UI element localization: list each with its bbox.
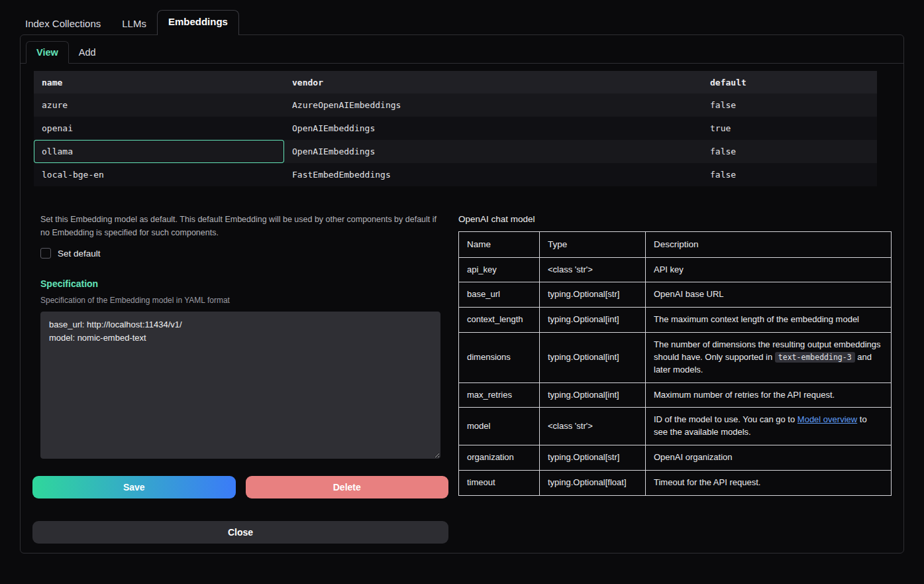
- embeddings-cell-name[interactable]: ollama: [34, 140, 284, 163]
- model-doc-row: max_retriestyping.Optional[int]Maximum n…: [459, 382, 892, 408]
- doc-cell-description: The number of dimensions the resulting o…: [646, 333, 892, 383]
- embeddings-cell-vendor[interactable]: AzureOpenAIEmbeddings: [284, 93, 702, 117]
- delete-button[interactable]: Delete: [246, 476, 449, 498]
- doc-cell-name: api_key: [459, 257, 540, 282]
- sub-tab-add[interactable]: Add: [69, 42, 106, 63]
- doc-cell-name: model: [459, 408, 540, 445]
- embeddings-cell-default[interactable]: false: [702, 140, 877, 163]
- top-tab-bar: Index Collections LLMs Embeddings: [0, 0, 924, 34]
- column-header-name: name: [34, 71, 284, 93]
- default-description: Set this Embedding model as default. Thi…: [40, 213, 440, 239]
- tab-embeddings[interactable]: Embeddings: [157, 10, 239, 35]
- model-doc-table: Name Type Description api_key<class 'str…: [458, 231, 892, 496]
- embeddings-panel: View Add name vendor default azureAzureO…: [20, 34, 904, 554]
- embeddings-table-wrap: name vendor default azureAzureOpenAIEmbe…: [34, 71, 890, 186]
- doc-cell-type: typing.Optional[str]: [540, 445, 646, 471]
- doc-cell-type: typing.Optional[str]: [540, 282, 646, 308]
- doc-column-description: Description: [646, 232, 892, 258]
- model-overview-link[interactable]: Model overview: [797, 414, 857, 424]
- doc-cell-name: timeout: [459, 471, 540, 496]
- set-default-label: Set default: [58, 249, 101, 259]
- embeddings-table: name vendor default azureAzureOpenAIEmbe…: [34, 71, 877, 186]
- model-doc-row: model<class 'str'>ID of the model to use…: [459, 408, 892, 445]
- embeddings-cell-default[interactable]: false: [702, 93, 877, 117]
- model-doc: OpenAI chat model Name Type Description …: [458, 213, 892, 496]
- embeddings-cell-name[interactable]: openai: [34, 117, 284, 140]
- embeddings-cell-vendor[interactable]: OpenAIEmbeddings: [284, 117, 702, 140]
- column-header-vendor: vendor: [284, 71, 702, 93]
- model-doc-row: dimensionstyping.Optional[int]The number…: [459, 333, 892, 383]
- doc-cell-description: Maximum number of retries for the API re…: [646, 382, 892, 408]
- model-doc-row: organizationtyping.Optional[str]OpenAI o…: [459, 445, 892, 471]
- set-default-checkbox[interactable]: [40, 248, 51, 259]
- embeddings-cell-name[interactable]: azure: [34, 93, 284, 117]
- model-doc-row: timeouttyping.Optional[float]Timeout for…: [459, 471, 892, 496]
- doc-cell-name: organization: [459, 445, 540, 471]
- doc-cell-name: context_length: [459, 308, 540, 333]
- doc-cell-description: API key: [646, 257, 892, 282]
- specification-subtitle: Specification of the Embedding model in …: [40, 296, 440, 305]
- doc-column-type: Type: [540, 232, 646, 258]
- model-doc-row: base_urltyping.Optional[str]OpenAI base …: [459, 282, 892, 308]
- doc-cell-type: typing.Optional[int]: [540, 333, 646, 383]
- doc-cell-type: typing.Optional[int]: [540, 308, 646, 333]
- model-doc-table-body: api_key<class 'str'>API keybase_urltypin…: [459, 257, 892, 495]
- model-doc-header-row: Name Type Description: [459, 232, 892, 258]
- embeddings-table-body: azureAzureOpenAIEmbeddingsfalseopenaiOpe…: [34, 93, 877, 186]
- embeddings-cell-vendor[interactable]: OpenAIEmbeddings: [284, 140, 702, 163]
- sub-tab-view[interactable]: View: [26, 41, 69, 64]
- close-button[interactable]: Close: [32, 521, 448, 544]
- inline-code: text-embedding-3: [775, 352, 855, 363]
- embeddings-cell-default[interactable]: false: [702, 163, 877, 186]
- doc-cell-type: typing.Optional[int]: [540, 382, 646, 408]
- doc-cell-description: OpenAI organization: [646, 445, 892, 471]
- embeddings-row[interactable]: openaiOpenAIEmbeddingstrue: [34, 117, 877, 140]
- doc-cell-name: base_url: [459, 282, 540, 308]
- doc-cell-name: max_retries: [459, 382, 540, 408]
- detail-area: Set this Embedding model as default. Thi…: [21, 213, 903, 544]
- doc-cell-description: Timeout for the API request.: [646, 471, 892, 496]
- tab-llms[interactable]: LLMs: [111, 13, 157, 34]
- action-button-row: Save Delete: [32, 476, 448, 498]
- column-header-default: default: [702, 71, 877, 93]
- edit-form: Set this Embedding model as default. Thi…: [32, 213, 448, 544]
- model-doc-row: context_lengthtyping.Optional[int]The ma…: [459, 308, 892, 333]
- doc-cell-description: ID of the model to use. You can go to Mo…: [646, 408, 892, 445]
- model-doc-row: api_key<class 'str'>API key: [459, 257, 892, 282]
- sub-tab-bar: View Add: [21, 35, 903, 64]
- doc-column-name: Name: [459, 232, 540, 258]
- doc-cell-description: OpenAI base URL: [646, 282, 892, 308]
- doc-cell-description: The maximum context length of the embedd…: [646, 308, 892, 333]
- embeddings-cell-default[interactable]: true: [702, 117, 877, 140]
- doc-cell-name: dimensions: [459, 333, 540, 383]
- doc-cell-type: <class 'str'>: [540, 408, 646, 445]
- model-doc-title: OpenAI chat model: [458, 214, 892, 224]
- embeddings-row[interactable]: azureAzureOpenAIEmbeddingsfalse: [34, 93, 877, 117]
- save-button[interactable]: Save: [32, 476, 236, 498]
- doc-cell-type: typing.Optional[float]: [540, 471, 646, 496]
- embeddings-cell-name[interactable]: local-bge-en: [34, 163, 284, 186]
- tab-index-collections[interactable]: Index Collections: [15, 13, 111, 34]
- embeddings-row[interactable]: ollamaOpenAIEmbeddingsfalse: [34, 140, 877, 163]
- set-default-row: Set default: [40, 248, 440, 259]
- embeddings-row[interactable]: local-bge-enFastEmbedEmbeddingsfalse: [34, 163, 877, 186]
- specification-heading: Specification: [40, 278, 440, 289]
- embeddings-cell-vendor[interactable]: FastEmbedEmbeddings: [284, 163, 702, 186]
- yaml-spec-textarea[interactable]: base_url: http://localhost:11434/v1/ mod…: [40, 312, 440, 459]
- embeddings-table-header-row: name vendor default: [34, 71, 877, 93]
- doc-cell-type: <class 'str'>: [540, 257, 646, 282]
